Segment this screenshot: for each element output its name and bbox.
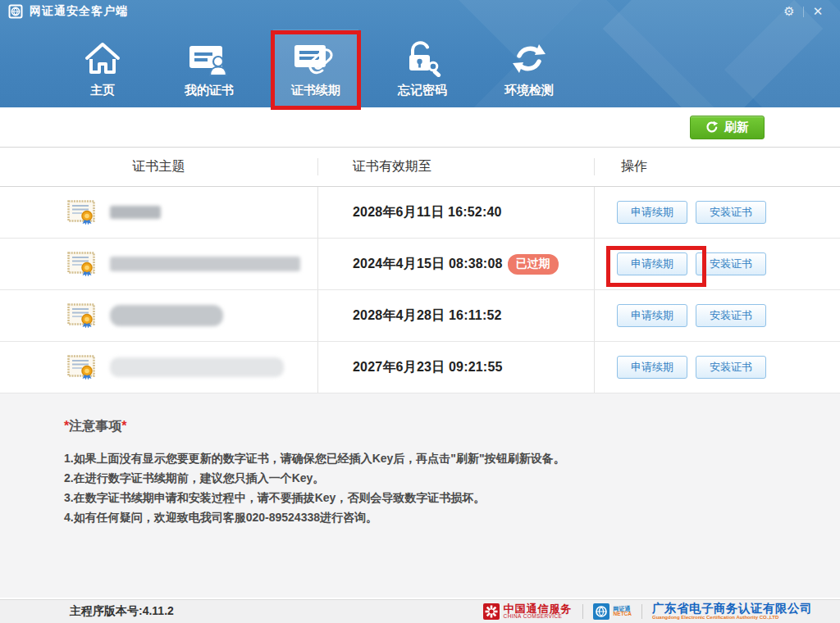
window-controls: ⚙ ✕: [775, 0, 832, 23]
tab-home-label: 主页: [90, 83, 115, 98]
install-certificate-button[interactable]: 安装证书: [696, 356, 766, 379]
close-icon[interactable]: ✕: [804, 2, 832, 21]
install-certificate-button[interactable]: 安装证书: [696, 304, 766, 327]
install-certificate-button[interactable]: 安装证书: [696, 201, 766, 224]
expiry-date: 2024年4月15日 08:38:08: [353, 256, 503, 273]
certificate-card-icon: [188, 37, 231, 80]
refresh-icon: [705, 121, 719, 134]
china-comservice-icon: [483, 603, 500, 620]
tab-forgot-password[interactable]: 忘记密码: [369, 23, 476, 107]
note-item: 3.在数字证书续期申请和安装过程中，请不要插拔Key，否则会导致数字证书损坏。: [64, 488, 840, 507]
renew-button[interactable]: 申请续期: [617, 252, 687, 275]
toolbar: 刷新: [0, 107, 840, 147]
install-certificate-button[interactable]: 安装证书: [696, 252, 766, 275]
nav-tabs: 主页 我的证书: [0, 23, 840, 107]
footer: 主程序版本号:4.11.2 中国通信服务 CHINA COMSERVICE: [0, 599, 840, 623]
column-header-expiry: 证书有效期至: [318, 158, 595, 175]
tab-my-certificates-label: 我的证书: [185, 83, 234, 98]
china-comservice-cn: 中国通信服务: [504, 603, 573, 615]
table-header: 证书主题 证书有效期至 操作: [0, 147, 840, 187]
tab-environment-check-label: 环境检测: [504, 83, 554, 98]
expiry-date: 2027年6月23日 09:21:55: [353, 359, 503, 376]
settings-gear-icon[interactable]: ⚙: [775, 2, 803, 21]
note-item: 1.如果上面没有显示您要更新的数字证书，请确保您已经插入Key后，再点击"刷新"…: [64, 448, 840, 468]
gdca-cn: 广东省电子商务认证有限公司: [652, 603, 812, 615]
tab-environment-check[interactable]: 环境检测: [476, 23, 582, 107]
refresh-button-label: 刷新: [724, 120, 749, 135]
expired-badge: 已过期: [508, 254, 559, 275]
renew-button[interactable]: 申请续期: [617, 356, 687, 379]
renew-button[interactable]: 申请续期: [617, 304, 687, 327]
expiry-date: 2028年4月28日 16:11:52: [353, 307, 502, 325]
notes-title: *注意事项*: [64, 418, 840, 435]
china-comservice-logo: 中国通信服务 CHINA COMSERVICE: [483, 603, 573, 620]
note-item: 2.在进行数字证书续期前，建议您只插入一个Key。: [64, 468, 840, 488]
china-comservice-en: CHINA COMSERVICE: [504, 614, 573, 620]
version-label: 主程序版本号:4.11.2: [70, 604, 174, 619]
table-row: 2024年4月15日 08:38:08 已过期 申请续期 安装证书: [0, 239, 840, 290]
netca-icon: [593, 603, 609, 620]
netca-en: NETCA: [614, 612, 632, 617]
tab-my-certificates[interactable]: 我的证书: [156, 23, 262, 107]
certificate-icon: [67, 355, 95, 380]
redacted-subject: [110, 357, 284, 377]
home-icon: [84, 37, 121, 80]
app-logo-icon: [8, 4, 23, 19]
footer-logos: 中国通信服务 CHINA COMSERVICE 网证通 NETCA 广东省电子商…: [483, 603, 812, 621]
certificate-icon: [67, 303, 95, 328]
notes-section: *注意事项* 1.如果上面没有显示您要更新的数字证书，请确保您已经插入Key后，…: [0, 393, 840, 598]
tab-certificate-renewal[interactable]: 证书续期: [262, 23, 369, 107]
refresh-button[interactable]: 刷新: [690, 116, 765, 139]
redacted-subject: [110, 206, 161, 219]
logo-divider: [582, 604, 583, 619]
note-item: 4.如有任何疑问，欢迎致电我司客服020-89524338进行咨询。: [64, 507, 840, 527]
header: 网证通安全客户端 ⚙ ✕ 主页: [0, 0, 840, 107]
certificate-table: 证书主题 证书有效期至 操作 2028年6月11日 16:52:40 申请续期 …: [0, 147, 840, 393]
notes-star: *: [121, 419, 126, 433]
certificate-icon: [67, 200, 95, 225]
renew-button[interactable]: 申请续期: [617, 201, 687, 224]
tab-certificate-renewal-label: 证书续期: [291, 83, 340, 98]
tab-home[interactable]: 主页: [49, 23, 156, 107]
forgot-password-icon: [402, 37, 443, 80]
redacted-subject: [110, 257, 300, 271]
column-header-action: 操作: [595, 158, 840, 175]
app-window: 网证通安全客户端 ⚙ ✕ 主页: [0, 0, 840, 623]
netca-logo: 网证通 NETCA: [593, 603, 632, 620]
redacted-subject: [110, 305, 223, 326]
gdca-en: Guangdong Electronic Certification Autho…: [652, 615, 812, 620]
column-header-subject: 证书主题: [0, 158, 318, 175]
gdca-logo: 广东省电子商务认证有限公司 Guangdong Electronic Certi…: [652, 603, 812, 621]
certificate-renewal-icon: [293, 37, 339, 80]
table-row: 2027年6月23日 09:21:55 申请续期 安装证书: [0, 342, 840, 393]
tab-forgot-password-label: 忘记密码: [398, 83, 447, 98]
expiry-date: 2028年6月11日 16:52:40: [353, 204, 502, 221]
table-row: 2028年4月28日 16:11:52 申请续期 安装证书: [0, 290, 840, 342]
title-bar: 网证通安全客户端 ⚙ ✕: [0, 0, 840, 23]
environment-check-icon: [510, 37, 548, 80]
certificate-icon: [67, 252, 95, 276]
window-title: 网证通安全客户端: [30, 4, 128, 19]
table-row: 2028年6月11日 16:52:40 申请续期 安装证书: [0, 187, 840, 239]
notes-title-text: 注意事项: [69, 419, 121, 433]
logo-divider: [641, 604, 642, 619]
